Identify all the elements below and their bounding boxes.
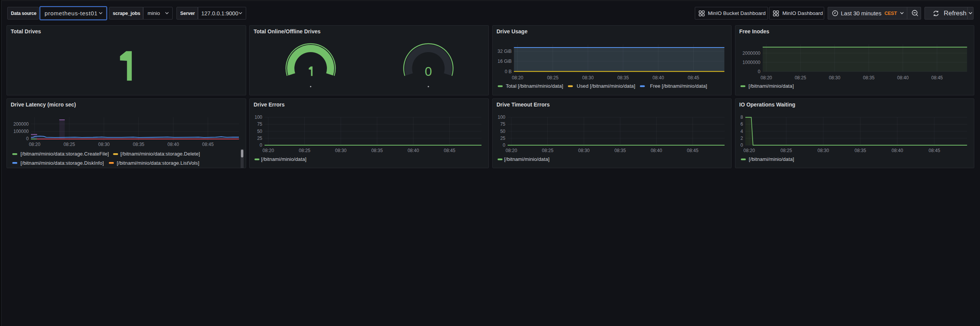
svg-text:50: 50 (500, 128, 505, 134)
svg-text:4: 4 (740, 128, 743, 134)
svg-text:08:35: 08:35 (133, 142, 144, 147)
svg-text:08:25: 08:25 (542, 148, 553, 153)
svg-text:08:20: 08:20 (29, 142, 40, 147)
svg-text:08:40: 08:40 (650, 148, 662, 153)
svg-text:08:40: 08:40 (652, 75, 664, 80)
svg-text:08:20: 08:20 (505, 148, 517, 153)
svg-text:08:25: 08:25 (63, 142, 75, 147)
svg-text:[/bitnami/minio/data]: [/bitnami/minio/data] (504, 156, 549, 162)
svg-text:08:20: 08:20 (511, 75, 523, 80)
svg-text:[/bitnami/minio/data]: [/bitnami/minio/data] (261, 156, 306, 162)
svg-text:[/bitnami/minio/data:storage.C: [/bitnami/minio/data:storage.CreateFile] (20, 151, 109, 157)
svg-text:16 GiB: 16 GiB (497, 59, 511, 64)
svg-text:Used [/bitnami/minio/data]: Used [/bitnami/minio/data] (577, 83, 635, 89)
svg-text:25: 25 (500, 135, 505, 141)
svg-text:75: 75 (500, 121, 505, 127)
svg-text:32 GiB: 32 GiB (497, 49, 511, 54)
svg-text:0: 0 (26, 136, 29, 141)
svg-text:[/bitnami/minio/data:storage.L: [/bitnami/minio/data:storage.ListVols] (117, 160, 199, 165)
svg-text:75: 75 (257, 121, 263, 127)
svg-text:100: 100 (255, 115, 262, 120)
svg-text:0: 0 (425, 64, 432, 79)
svg-text:50: 50 (257, 128, 263, 134)
svg-text:08:25: 08:25 (780, 148, 792, 153)
svg-text:08:35: 08:35 (371, 148, 383, 153)
svg-text:08:40: 08:40 (408, 148, 419, 153)
svg-text:100000: 100000 (13, 129, 28, 134)
svg-text:08:35: 08:35 (614, 148, 626, 153)
svg-text:6: 6 (740, 121, 743, 127)
svg-text:[/bitnami/minio/data:storage.D: [/bitnami/minio/data:storage.DiskInfo] (20, 160, 104, 165)
svg-text:08:45: 08:45 (928, 148, 940, 153)
svg-text:08:30: 08:30 (829, 75, 840, 80)
svg-text:08:30: 08:30 (817, 148, 829, 153)
svg-text:0: 0 (260, 143, 262, 148)
svg-text:08:35: 08:35 (863, 75, 874, 80)
svg-text:200000: 200000 (13, 121, 28, 126)
svg-text:08:45: 08:45 (444, 148, 455, 153)
svg-text:2: 2 (740, 135, 743, 141)
svg-text:0 B: 0 B (505, 69, 511, 74)
svg-text:08:30: 08:30 (98, 142, 109, 147)
svg-text:08:45: 08:45 (687, 148, 698, 153)
svg-text:1000000: 1000000 (742, 60, 760, 65)
svg-text:08:20: 08:20 (743, 148, 755, 153)
svg-text:[/bitnami/minio/data]: [/bitnami/minio/data] (749, 156, 794, 162)
svg-text:08:35: 08:35 (854, 148, 866, 153)
svg-text:08:45: 08:45 (202, 142, 214, 147)
svg-text:08:40: 08:40 (897, 75, 908, 80)
svg-text:08:25: 08:25 (299, 148, 310, 153)
svg-text:08:30: 08:30 (335, 148, 346, 153)
svg-text:25: 25 (257, 135, 263, 141)
svg-text:[/bitnami/minio/data:storage.D: [/bitnami/minio/data:storage.Delete] (120, 151, 200, 157)
svg-text:100: 100 (497, 115, 505, 120)
svg-text:08:25: 08:25 (547, 75, 558, 80)
svg-text:08:35: 08:35 (617, 75, 629, 80)
svg-text:8: 8 (740, 115, 743, 120)
svg-text:08:30: 08:30 (578, 148, 590, 153)
svg-text:08:30: 08:30 (582, 75, 593, 80)
svg-text:08:20: 08:20 (760, 75, 772, 80)
svg-text:0: 0 (740, 143, 743, 148)
svg-text:0: 0 (503, 143, 505, 148)
svg-text:08:40: 08:40 (167, 142, 179, 147)
svg-text:08:45: 08:45 (931, 75, 942, 80)
svg-text:2000000: 2000000 (742, 51, 760, 56)
svg-text:0: 0 (758, 69, 760, 74)
svg-text:[/bitnami/minio/data]: [/bitnami/minio/data] (748, 83, 794, 89)
svg-text:Total [/bitnami/minio/data]: Total [/bitnami/minio/data] (506, 83, 563, 89)
svg-text:08:40: 08:40 (892, 148, 903, 153)
svg-text:Free [/bitnami/minio/data]: Free [/bitnami/minio/data] (650, 83, 707, 89)
svg-text:08:20: 08:20 (263, 148, 274, 153)
svg-text:08:45: 08:45 (688, 75, 699, 80)
svg-text:08:25: 08:25 (794, 75, 806, 80)
